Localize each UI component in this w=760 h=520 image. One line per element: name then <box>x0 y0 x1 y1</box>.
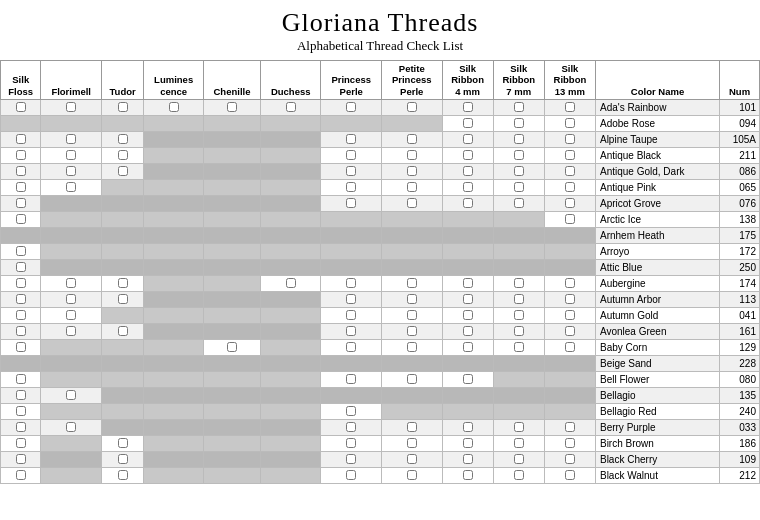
checkbox-florimell[interactable] <box>66 278 76 288</box>
checkbox-princess_perle[interactable] <box>346 454 356 464</box>
checkbox-silk_ribbon_13mm[interactable] <box>565 342 575 352</box>
checkbox-luminescence[interactable] <box>169 102 179 112</box>
checkbox-florimell[interactable] <box>66 326 76 336</box>
checkbox-silk_ribbon_7mm[interactable] <box>514 278 524 288</box>
checkbox-tudor[interactable] <box>118 294 128 304</box>
checkbox-princess_perle[interactable] <box>346 294 356 304</box>
checkbox-chenille[interactable] <box>227 102 237 112</box>
checkbox-tudor[interactable] <box>118 470 128 480</box>
checkbox-silk_ribbon_7mm[interactable] <box>514 102 524 112</box>
checkbox-petite_princess_perle[interactable] <box>407 102 417 112</box>
checkbox-florimell[interactable] <box>66 390 76 400</box>
checkbox-silk_ribbon_13mm[interactable] <box>565 102 575 112</box>
checkbox-silk_floss[interactable] <box>16 246 26 256</box>
checkbox-florimell[interactable] <box>66 310 76 320</box>
checkbox-silk_ribbon_13mm[interactable] <box>565 310 575 320</box>
checkbox-tudor[interactable] <box>118 102 128 112</box>
checkbox-silk_floss[interactable] <box>16 198 26 208</box>
checkbox-silk_ribbon_7mm[interactable] <box>514 118 524 128</box>
checkbox-silk_ribbon_4mm[interactable] <box>463 198 473 208</box>
checkbox-petite_princess_perle[interactable] <box>407 150 417 160</box>
checkbox-petite_princess_perle[interactable] <box>407 278 417 288</box>
checkbox-princess_perle[interactable] <box>346 182 356 192</box>
checkbox-silk_ribbon_7mm[interactable] <box>514 134 524 144</box>
checkbox-chenille[interactable] <box>227 342 237 352</box>
checkbox-tudor[interactable] <box>118 150 128 160</box>
checkbox-silk_ribbon_13mm[interactable] <box>565 182 575 192</box>
checkbox-tudor[interactable] <box>118 438 128 448</box>
checkbox-silk_ribbon_4mm[interactable] <box>463 438 473 448</box>
checkbox-silk_ribbon_13mm[interactable] <box>565 166 575 176</box>
checkbox-silk_ribbon_13mm[interactable] <box>565 134 575 144</box>
checkbox-princess_perle[interactable] <box>346 166 356 176</box>
checkbox-silk_ribbon_13mm[interactable] <box>565 118 575 128</box>
checkbox-tudor[interactable] <box>118 278 128 288</box>
checkbox-princess_perle[interactable] <box>346 326 356 336</box>
checkbox-silk_floss[interactable] <box>16 134 26 144</box>
checkbox-silk_floss[interactable] <box>16 294 26 304</box>
checkbox-silk_ribbon_7mm[interactable] <box>514 438 524 448</box>
checkbox-silk_ribbon_7mm[interactable] <box>514 294 524 304</box>
checkbox-princess_perle[interactable] <box>346 134 356 144</box>
checkbox-florimell[interactable] <box>66 166 76 176</box>
checkbox-silk_ribbon_7mm[interactable] <box>514 310 524 320</box>
checkbox-silk_floss[interactable] <box>16 278 26 288</box>
checkbox-silk_ribbon_7mm[interactable] <box>514 454 524 464</box>
checkbox-petite_princess_perle[interactable] <box>407 166 417 176</box>
checkbox-silk_floss[interactable] <box>16 166 26 176</box>
checkbox-silk_ribbon_13mm[interactable] <box>565 326 575 336</box>
checkbox-silk_ribbon_7mm[interactable] <box>514 470 524 480</box>
checkbox-petite_princess_perle[interactable] <box>407 198 417 208</box>
checkbox-princess_perle[interactable] <box>346 278 356 288</box>
checkbox-silk_floss[interactable] <box>16 438 26 448</box>
checkbox-petite_princess_perle[interactable] <box>407 342 417 352</box>
checkbox-silk_ribbon_4mm[interactable] <box>463 134 473 144</box>
checkbox-silk_ribbon_4mm[interactable] <box>463 310 473 320</box>
checkbox-silk_floss[interactable] <box>16 422 26 432</box>
checkbox-silk_ribbon_7mm[interactable] <box>514 422 524 432</box>
checkbox-silk_ribbon_13mm[interactable] <box>565 422 575 432</box>
checkbox-silk_ribbon_13mm[interactable] <box>565 150 575 160</box>
checkbox-silk_ribbon_4mm[interactable] <box>463 454 473 464</box>
checkbox-petite_princess_perle[interactable] <box>407 326 417 336</box>
checkbox-silk_floss[interactable] <box>16 102 26 112</box>
checkbox-princess_perle[interactable] <box>346 470 356 480</box>
checkbox-duchess[interactable] <box>286 278 296 288</box>
checkbox-florimell[interactable] <box>66 134 76 144</box>
checkbox-silk_ribbon_4mm[interactable] <box>463 102 473 112</box>
checkbox-princess_perle[interactable] <box>346 438 356 448</box>
checkbox-princess_perle[interactable] <box>346 102 356 112</box>
checkbox-silk_ribbon_7mm[interactable] <box>514 166 524 176</box>
checkbox-petite_princess_perle[interactable] <box>407 470 417 480</box>
checkbox-silk_ribbon_4mm[interactable] <box>463 374 473 384</box>
checkbox-petite_princess_perle[interactable] <box>407 374 417 384</box>
checkbox-tudor[interactable] <box>118 134 128 144</box>
checkbox-silk_ribbon_7mm[interactable] <box>514 342 524 352</box>
checkbox-silk_ribbon_7mm[interactable] <box>514 198 524 208</box>
checkbox-silk_ribbon_4mm[interactable] <box>463 470 473 480</box>
checkbox-tudor[interactable] <box>118 166 128 176</box>
checkbox-silk_ribbon_7mm[interactable] <box>514 326 524 336</box>
checkbox-florimell[interactable] <box>66 150 76 160</box>
checkbox-princess_perle[interactable] <box>346 310 356 320</box>
checkbox-silk_ribbon_4mm[interactable] <box>463 166 473 176</box>
checkbox-florimell[interactable] <box>66 182 76 192</box>
checkbox-princess_perle[interactable] <box>346 150 356 160</box>
checkbox-petite_princess_perle[interactable] <box>407 294 417 304</box>
checkbox-petite_princess_perle[interactable] <box>407 422 417 432</box>
checkbox-petite_princess_perle[interactable] <box>407 182 417 192</box>
checkbox-duchess[interactable] <box>286 102 296 112</box>
checkbox-silk_ribbon_4mm[interactable] <box>463 294 473 304</box>
checkbox-princess_perle[interactable] <box>346 422 356 432</box>
checkbox-silk_floss[interactable] <box>16 342 26 352</box>
checkbox-princess_perle[interactable] <box>346 406 356 416</box>
checkbox-silk_ribbon_7mm[interactable] <box>514 182 524 192</box>
checkbox-florimell[interactable] <box>66 102 76 112</box>
checkbox-silk_floss[interactable] <box>16 406 26 416</box>
checkbox-silk_floss[interactable] <box>16 326 26 336</box>
checkbox-silk_ribbon_13mm[interactable] <box>565 278 575 288</box>
checkbox-silk_ribbon_13mm[interactable] <box>565 438 575 448</box>
checkbox-silk_ribbon_4mm[interactable] <box>463 118 473 128</box>
checkbox-princess_perle[interactable] <box>346 342 356 352</box>
checkbox-tudor[interactable] <box>118 454 128 464</box>
